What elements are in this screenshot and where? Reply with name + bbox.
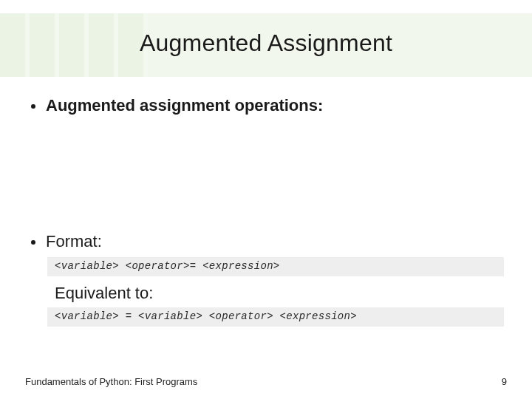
bullet-operations-text: Augmented assignment operations: bbox=[46, 96, 323, 115]
code-format: <variable> <operator>= <expression> bbox=[47, 257, 504, 276]
equivalent-label: Equivalent to: bbox=[55, 284, 507, 303]
spacer bbox=[25, 121, 507, 232]
page-number: 9 bbox=[502, 376, 507, 387]
footer-source: Fundamentals of Python: First Programs bbox=[25, 376, 197, 387]
bullet-operations: Augmented assignment operations: bbox=[25, 96, 507, 115]
bullet-format-text: Format: bbox=[46, 232, 102, 251]
code-equivalent: <variable> = <variable> <operator> <expr… bbox=[47, 307, 504, 327]
content-area: Augmented assignment operations: Format:… bbox=[25, 96, 507, 334]
bullet-format: Format: bbox=[25, 232, 507, 251]
bullet-dot-icon bbox=[31, 104, 35, 109]
footer: Fundamentals of Python: First Programs 9 bbox=[25, 376, 507, 387]
slide-title: Augmented Assignment bbox=[0, 30, 532, 57]
bullet-dot-icon bbox=[31, 240, 35, 245]
